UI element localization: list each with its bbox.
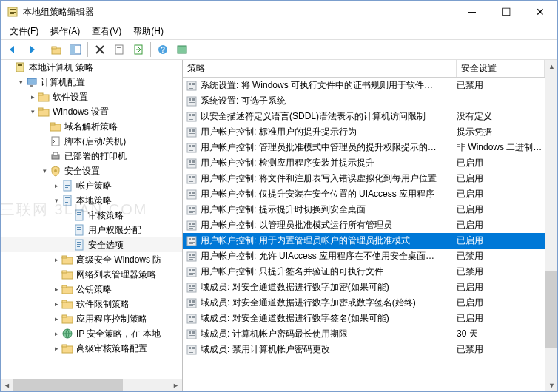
list-row[interactable]: 用户帐户控制: 允许 UIAccess 应用程序在不使用安全桌面…已禁用 xyxy=(183,249,545,264)
list-row[interactable]: 用户帐户控制: 管理员批准模式中管理员的提升权限提示的…非 Windows 二进… xyxy=(183,140,545,155)
forward-button[interactable] xyxy=(23,41,41,58)
svg-rect-58 xyxy=(62,315,67,317)
tree-item-label: 软件限制策略 xyxy=(76,298,130,311)
column-header-setting[interactable]: 安全设置 xyxy=(457,60,545,77)
tree-item[interactable]: 已部署的打印机 xyxy=(1,149,182,163)
menu-action[interactable]: 操作(A) xyxy=(44,24,86,39)
export-button[interactable] xyxy=(130,41,147,58)
list-row[interactable]: 域成员: 计算机帐户密码最长使用期限30 天 xyxy=(183,326,545,342)
list-row[interactable]: 用户帐户控制: 标准用户的提升提示行为提示凭据 xyxy=(183,124,545,140)
scroll-up-icon[interactable]: ▲ xyxy=(545,60,557,72)
help-button[interactable]: ? xyxy=(154,41,172,58)
scroll-down-icon[interactable]: ▼ xyxy=(545,379,557,391)
tree-item[interactable]: ▸IP 安全策略，在 本地 xyxy=(1,326,182,341)
tree-item[interactable]: ▾Windows 设置 xyxy=(1,104,182,119)
menu-view[interactable]: 查看(V) xyxy=(86,24,127,39)
tree-item[interactable]: ▾安全设置 xyxy=(1,163,182,178)
svg-rect-100 xyxy=(189,195,195,196)
tree-twisty[interactable]: ▸ xyxy=(51,300,61,308)
show-hide-button[interactable] xyxy=(67,41,84,58)
list-row[interactable]: 域成员: 对安全通道数据进行数字加密(如果可能)已启用 xyxy=(183,280,545,295)
toolbar: ? xyxy=(1,39,557,60)
tree-twisty[interactable]: ▸ xyxy=(51,256,61,263)
list-row[interactable]: 系统设置: 可选子系统 xyxy=(183,93,545,109)
minimize-button[interactable]: ─ xyxy=(455,1,489,23)
svg-rect-9 xyxy=(117,47,121,48)
menu-file[interactable]: 文件(F) xyxy=(4,24,44,39)
list-row[interactable]: 用户帐户控制: 检测应用程序安装并提示提升已启用 xyxy=(183,155,545,171)
scroll-right-icon[interactable]: ► xyxy=(169,379,182,392)
list-scrollbar-v[interactable]: ▲ ▼ xyxy=(545,60,557,391)
svg-rect-87 xyxy=(187,159,196,168)
list-row[interactable]: 以安全描述符定义语言(SDDL)语法表示的计算机访问限制没有定义 xyxy=(183,109,545,124)
column-header-policy[interactable]: 策略 xyxy=(183,60,457,77)
tree-twisty[interactable]: ▸ xyxy=(51,330,61,337)
tree-scrollbar-h[interactable]: ◄ ► xyxy=(1,379,182,391)
list-row[interactable]: 用户帐户控制: 用于内置管理员帐户的管理员批准模式已启用 xyxy=(183,233,545,249)
tree-item[interactable]: ▾本地策略 xyxy=(1,193,182,208)
tree-item[interactable]: ▸软件设置 xyxy=(1,89,182,104)
list-row[interactable]: 域成员: 禁用计算机帐户密码更改已禁用 xyxy=(183,342,545,357)
tree-item[interactable]: ▸高级安全 Windows 防 xyxy=(1,252,182,267)
tree-item[interactable]: 脚本(启动/关机) xyxy=(1,134,182,149)
tree-twisty[interactable]: ▸ xyxy=(51,285,61,293)
list-row[interactable]: 域成员: 对安全通道数据进行数字签名(如果可能)已启用 xyxy=(183,311,545,326)
tree-twisty[interactable]: ▸ xyxy=(51,182,61,189)
svg-rect-36 xyxy=(65,202,68,203)
svg-rect-145 xyxy=(189,335,195,336)
policy-icon xyxy=(186,95,198,107)
svg-rect-101 xyxy=(189,197,193,197)
tree-twisty[interactable]: ▾ xyxy=(39,167,50,175)
svg-rect-143 xyxy=(189,331,191,334)
svg-rect-123 xyxy=(189,269,191,271)
list-row[interactable]: 域成员: 对安全通道数据进行数字加密或数字签名(始终)已启用 xyxy=(183,295,545,311)
svg-rect-62 xyxy=(187,81,196,90)
list-row[interactable]: 用户帐户控制: 将文件和注册表写入错误虚拟化到每用户位置已启用 xyxy=(183,171,545,186)
tree-item[interactable]: 审核策略 xyxy=(1,208,182,223)
maximize-button[interactable]: ☐ xyxy=(489,1,523,23)
list-row[interactable]: 用户帐户控制: 只提升签名并验证的可执行文件已禁用 xyxy=(183,264,545,280)
filter-button[interactable] xyxy=(173,41,191,58)
scroll-left-icon[interactable]: ◄ xyxy=(1,379,13,392)
tree-twisty[interactable]: ▾ xyxy=(51,197,61,204)
tree-item[interactable]: 用户权限分配 xyxy=(1,223,182,237)
list-row[interactable]: 用户帐户控制: 提示提升时切换到安全桌面已启用 xyxy=(183,202,545,217)
tree-twisty[interactable]: ▾ xyxy=(16,78,26,86)
tree-item[interactable]: ▾计算机配置 xyxy=(1,75,182,89)
svg-rect-52 xyxy=(62,271,67,273)
properties-button[interactable] xyxy=(110,41,128,58)
svg-rect-110 xyxy=(189,226,195,227)
svg-rect-124 xyxy=(192,269,195,271)
back-button[interactable] xyxy=(4,41,21,58)
list-row[interactable]: 系统设置: 将 Windows 可执行文件中的证书规则用于软件…已禁用 xyxy=(183,78,545,93)
tree[interactable]: 本地计算机 策略▾计算机配置▸软件设置▾Windows 设置域名解析策略脚本(启… xyxy=(1,60,182,356)
tree-item[interactable]: 安全选项 xyxy=(1,237,182,252)
tree-item[interactable]: ▸软件限制策略 xyxy=(1,297,182,311)
tree-twisty[interactable]: ▾ xyxy=(27,108,38,115)
svg-rect-126 xyxy=(189,274,193,275)
tree-item[interactable]: ▸高级审核策略配置 xyxy=(1,341,182,356)
list-row[interactable]: 用户帐户控制: 以管理员批准模式运行所有管理员已启用 xyxy=(183,217,545,233)
tree-item[interactable]: ▸应用程序控制策略 xyxy=(1,311,182,326)
tree-twisty[interactable]: ▸ xyxy=(51,315,61,322)
tree-twisty[interactable]: ▸ xyxy=(51,345,61,352)
delete-button[interactable] xyxy=(91,41,109,58)
tree-item[interactable]: 域名解析策略 xyxy=(1,119,182,134)
list-row[interactable]: 用户帐户控制: 仅提升安装在安全位置的 UIAccess 应用程序已启用 xyxy=(183,186,545,202)
svg-rect-84 xyxy=(192,145,195,147)
tree-twisty[interactable]: ▸ xyxy=(27,93,38,101)
svg-rect-70 xyxy=(189,102,195,103)
up-button[interactable] xyxy=(47,41,65,58)
menu-help[interactable]: 帮助(H) xyxy=(127,24,169,39)
tree-item[interactable]: ▸公钥策略 xyxy=(1,282,182,297)
close-button[interactable]: ✕ xyxy=(523,1,557,23)
tree-item[interactable]: 网络列表管理器策略 xyxy=(1,267,182,282)
svg-rect-121 xyxy=(189,259,193,260)
svg-rect-2 xyxy=(10,12,16,13)
tree-item[interactable]: 本地计算机 策略 xyxy=(1,60,182,75)
svg-rect-112 xyxy=(187,237,196,246)
tree-item[interactable]: ▸帐户策略 xyxy=(1,178,182,193)
svg-rect-30 xyxy=(65,183,70,183)
svg-rect-27 xyxy=(53,152,58,155)
policy-list[interactable]: 系统设置: 将 Windows 可执行文件中的证书规则用于软件…已禁用系统设置:… xyxy=(183,78,545,357)
